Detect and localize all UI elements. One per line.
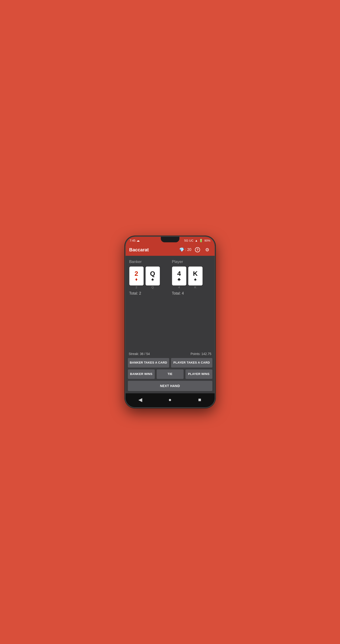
card-container: 4 ♣ 4: [172, 266, 186, 289]
settings-button[interactable]: ⚙: [204, 246, 211, 254]
banker-card-2-value: Q: [150, 270, 155, 277]
phone-shell: 7:45 5G UC ▲ 🔋 90% Baccarat 💎 : 20 ?: [125, 236, 215, 408]
banker-wins-button[interactable]: BANKER WINS: [128, 370, 155, 379]
status-bar-right: 5G UC ▲ 🔋 90%: [184, 239, 211, 242]
back-button[interactable]: ◀: [136, 396, 145, 404]
banker-card-1-suit: ♦: [135, 277, 137, 282]
banker-card-2-label: Q: [145, 286, 160, 289]
notch: [161, 237, 179, 242]
banker-cards-row: 2 ♦ 2 Q ♠ Q: [129, 266, 168, 289]
banker-card-1: 2 ♦: [129, 266, 144, 286]
app-bar: Baccarat 💎 : 20 ? ⚙: [126, 244, 215, 256]
banker-total: Total: 2: [129, 291, 168, 296]
recents-button[interactable]: ■: [196, 396, 204, 404]
player-card-2: K ♠: [188, 266, 203, 286]
points-stat: Points: 142.75: [191, 352, 211, 356]
home-icon: ●: [168, 397, 172, 403]
player-hand: Player 4 ♣ 4 K ♠: [172, 260, 211, 296]
gem-value: : 20: [185, 248, 191, 252]
player-card-2-label: K: [188, 286, 203, 289]
banker-card-1-label: 2: [129, 286, 144, 289]
player-card-1-label: 4: [172, 286, 186, 289]
banker-label: Banker: [129, 260, 168, 264]
action-buttons-row: BANKER TAKES A CARD PLAYER TAKES A CARD: [128, 358, 212, 368]
player-takes-card-button[interactable]: PLAYER TAKES A CARD: [171, 358, 212, 368]
outcome-row: BANKER WINS TIE PLAYER WINS: [128, 370, 212, 379]
gear-icon: ⚙: [205, 247, 209, 252]
banker-hand: Banker 2 ♦ 2 Q ♠: [129, 260, 168, 296]
network-indicator: 5G UC: [184, 239, 194, 242]
player-cards-row: 4 ♣ 4 K ♠ K: [172, 266, 211, 289]
player-card-1-suit: ♣: [178, 277, 181, 282]
recents-icon: ■: [198, 397, 201, 403]
status-time: 7:45: [130, 239, 136, 242]
player-total: Total: 4: [172, 291, 211, 296]
battery-icon: 🔋: [199, 239, 203, 242]
gem-icon: 💎: [179, 247, 184, 252]
banker-card-2: Q ♠: [145, 266, 160, 286]
app-bar-actions: 💎 : 20 ? ⚙: [179, 246, 211, 254]
player-card-1: 4 ♣: [172, 266, 186, 286]
status-bar: 7:45 5G UC ▲ 🔋 90%: [126, 237, 215, 244]
card-container: 2 ♦ 2: [129, 266, 144, 289]
banker-card-2-suit: ♠: [151, 277, 154, 282]
banker-takes-card-button[interactable]: BANKER TAKES A CARD: [128, 358, 169, 368]
tie-button[interactable]: TIE: [157, 370, 184, 379]
player-card-1-value: 4: [177, 270, 181, 277]
battery-percent: 90%: [204, 239, 210, 242]
bottom-controls: Streak: 36 / 54 Points: 142.75 BANKER TA…: [126, 350, 215, 393]
back-icon: ◀: [138, 397, 142, 403]
card-container: K ♠ K: [188, 266, 203, 289]
hands-row: Banker 2 ♦ 2 Q ♠: [129, 260, 211, 296]
player-label: Player: [172, 260, 211, 264]
home-button[interactable]: ●: [166, 396, 174, 404]
player-wins-button[interactable]: PLAYER WINS: [185, 370, 212, 379]
gem-score: 💎 : 20: [179, 247, 191, 252]
status-bar-left: 7:45: [130, 238, 140, 242]
next-hand-button[interactable]: NEXT HAND: [128, 381, 212, 391]
svg-text:?: ?: [196, 248, 198, 252]
cloud-icon: [136, 238, 140, 242]
main-content: Banker 2 ♦ 2 Q ♠: [126, 256, 215, 393]
app-title: Baccarat: [129, 247, 179, 252]
stats-row: Streak: 36 / 54 Points: 142.75: [128, 352, 212, 356]
streak-stat: Streak: 36 / 54: [129, 352, 150, 356]
game-area: Banker 2 ♦ 2 Q ♠: [126, 256, 215, 350]
player-card-2-value: K: [193, 270, 198, 277]
player-card-2-suit: ♠: [194, 277, 197, 282]
card-container: Q ♠ Q: [145, 266, 160, 289]
signal-icon: ▲: [195, 239, 198, 242]
banker-card-1-value: 2: [135, 270, 138, 277]
help-button[interactable]: ?: [194, 246, 201, 254]
nav-bar: ◀ ● ■: [126, 393, 215, 407]
